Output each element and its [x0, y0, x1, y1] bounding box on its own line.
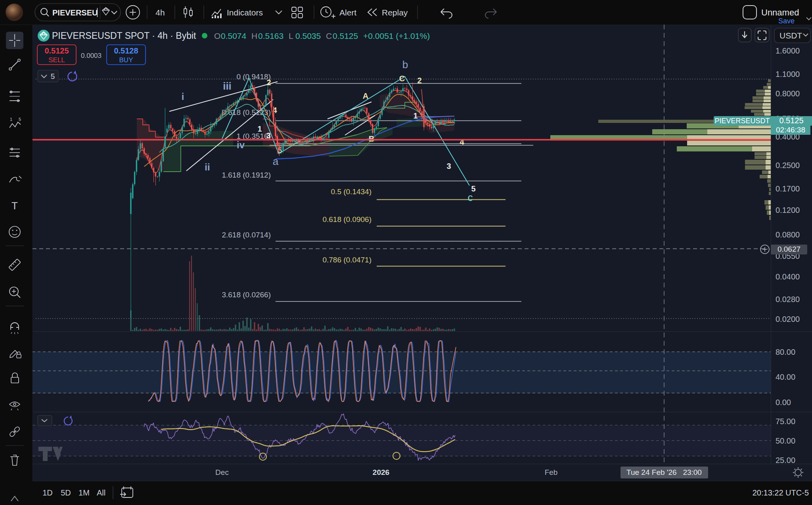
- svg-text:20:13:22 UTC-5: 20:13:22 UTC-5: [753, 488, 809, 497]
- svg-text:O: O: [214, 31, 220, 40]
- svg-text:50.00: 50.00: [776, 436, 795, 445]
- svg-text:BUY: BUY: [119, 56, 133, 64]
- svg-text:1: 1: [413, 111, 417, 120]
- svg-text:1: 1: [257, 124, 262, 133]
- svg-text:ii: ii: [205, 162, 210, 172]
- svg-text:40.00: 40.00: [776, 373, 795, 381]
- svg-text:2026: 2026: [373, 468, 389, 476]
- svg-text:Save: Save: [778, 17, 795, 25]
- svg-text:T: T: [11, 200, 18, 212]
- svg-text:i: i: [182, 91, 184, 102]
- svg-text:0.5035: 0.5035: [295, 31, 321, 40]
- svg-text:0.8000: 0.8000: [776, 89, 800, 98]
- svg-text:1: 1: [10, 117, 12, 122]
- svg-text:0.0003: 0.0003: [81, 52, 102, 59]
- svg-text:C: C: [326, 31, 332, 40]
- svg-text:80.00: 80.00: [776, 348, 795, 356]
- svg-text:PIEVERSEU: PIEVERSEU: [52, 8, 98, 17]
- svg-text:5: 5: [471, 184, 475, 193]
- svg-text:0.5074: 0.5074: [221, 31, 247, 40]
- svg-text:+0.0051 (+1.01%): +0.0051 (+1.01%): [363, 31, 430, 40]
- svg-text:B: B: [369, 134, 374, 143]
- svg-text:2: 2: [266, 78, 271, 87]
- svg-text:0.5128: 0.5128: [114, 46, 138, 55]
- svg-text:All: All: [97, 488, 105, 497]
- svg-text:1.6000: 1.6000: [776, 46, 800, 55]
- svg-text:0.0200: 0.0200: [776, 315, 800, 323]
- svg-text:0.5125: 0.5125: [779, 116, 803, 125]
- svg-text:1.618 (0.1912): 1.618 (0.1912): [222, 171, 271, 179]
- svg-text:0.1700: 0.1700: [776, 184, 800, 193]
- svg-text:02:46:38: 02:46:38: [776, 126, 805, 134]
- svg-text:1D: 1D: [42, 488, 53, 497]
- svg-text:0.2500: 0.2500: [776, 161, 800, 170]
- svg-text:3: 3: [446, 162, 451, 170]
- svg-text:1.1000: 1.1000: [776, 70, 800, 78]
- svg-text:3: 3: [266, 131, 270, 140]
- svg-text:iii: iii: [223, 80, 232, 92]
- svg-text:3.618 (0.0266): 3.618 (0.0266): [222, 291, 271, 299]
- svg-text:0.5125: 0.5125: [44, 46, 69, 55]
- svg-text:L: L: [289, 31, 293, 40]
- svg-text:Replay: Replay: [382, 8, 408, 17]
- svg-text:0.0800: 0.0800: [776, 230, 800, 239]
- svg-text:1M: 1M: [79, 488, 90, 497]
- svg-text:75.00: 75.00: [776, 417, 795, 426]
- svg-text:0.5 (0.1434): 0.5 (0.1434): [331, 187, 372, 196]
- svg-text:0.0400: 0.0400: [776, 272, 800, 281]
- svg-text:2.618 (0.0714): 2.618 (0.0714): [222, 231, 271, 239]
- svg-text:Indicators: Indicators: [227, 8, 263, 17]
- svg-text:SELL: SELL: [48, 56, 65, 64]
- svg-text:H: H: [251, 31, 257, 40]
- svg-text:iv: iv: [237, 140, 245, 150]
- svg-text:0.5125: 0.5125: [333, 31, 358, 40]
- svg-text:0 (0.9418): 0 (0.9418): [236, 73, 271, 81]
- svg-text:0.618 (0.0906): 0.618 (0.0906): [322, 215, 372, 224]
- svg-text:PIEVERSEUSDT SPOT · 4h · Bybit: PIEVERSEUSDT SPOT · 4h · Bybit: [52, 31, 196, 41]
- svg-text:A: A: [363, 92, 368, 100]
- svg-text:0.1200: 0.1200: [776, 206, 800, 214]
- svg-text:0.5163: 0.5163: [258, 31, 283, 40]
- svg-text:b: b: [402, 59, 408, 71]
- svg-text:25.00: 25.00: [776, 456, 795, 465]
- svg-text:4h: 4h: [155, 8, 165, 17]
- svg-text:5D: 5D: [61, 488, 71, 497]
- svg-text:4: 4: [460, 138, 464, 146]
- svg-text:0.0280: 0.0280: [776, 295, 800, 304]
- svg-text:2: 2: [417, 76, 421, 85]
- svg-text:Dec: Dec: [215, 468, 229, 476]
- svg-text:c: c: [468, 191, 473, 203]
- svg-text:PIEVERSEUSDT: PIEVERSEUSDT: [714, 117, 770, 125]
- svg-text:0.00: 0.00: [776, 398, 791, 407]
- svg-text:USDT: USDT: [779, 31, 802, 40]
- svg-text:Feb: Feb: [545, 468, 558, 476]
- svg-text:5: 5: [19, 117, 21, 122]
- svg-text:0.786 (0.0471): 0.786 (0.0471): [322, 256, 372, 264]
- svg-text:Alert: Alert: [339, 8, 356, 17]
- svg-text:0.0627: 0.0627: [778, 245, 801, 253]
- svg-text:Tue 24 Feb '26 23:00: Tue 24 Feb '26 23:00: [626, 468, 702, 476]
- svg-text:a: a: [273, 155, 279, 167]
- svg-text:C: C: [399, 74, 405, 83]
- svg-text:5: 5: [51, 72, 55, 80]
- svg-text:Unnamed: Unnamed: [761, 8, 799, 17]
